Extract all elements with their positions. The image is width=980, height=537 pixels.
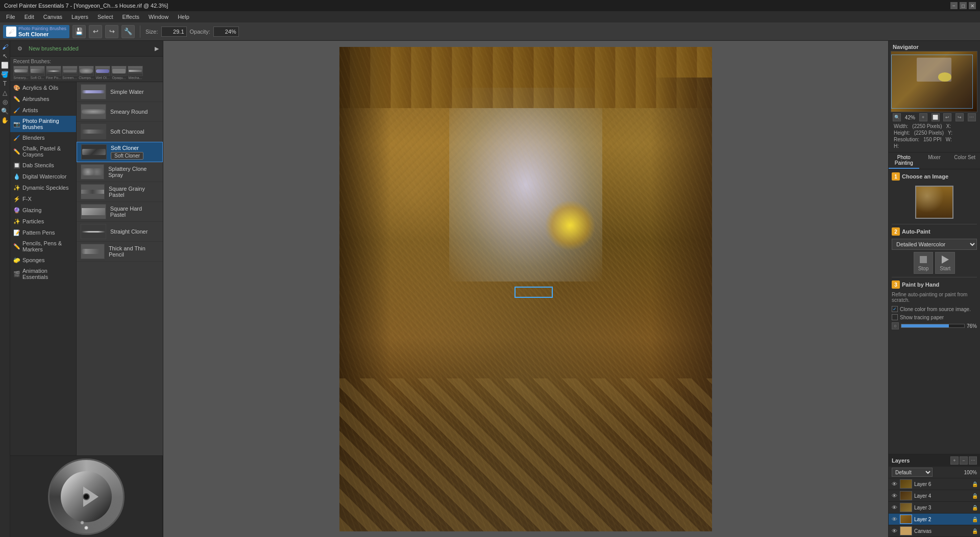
new-brushes-link[interactable]: New brushes added bbox=[29, 45, 152, 52]
tool-clone[interactable]: ◎ bbox=[1, 98, 9, 106]
panel-expand-button[interactable]: ▶ bbox=[155, 45, 159, 52]
cat-acrylics[interactable]: 🎨 Acrylics & Oils bbox=[10, 82, 76, 93]
tracing-paper-checkbox[interactable] bbox=[892, 314, 898, 320]
cat-blenders[interactable]: 🖌️ Blenders bbox=[10, 132, 76, 143]
layer-vis-4[interactable]: 👁 bbox=[891, 492, 898, 499]
cat-digital-watercolor[interactable]: 💧 Digital Watercolor bbox=[10, 171, 76, 182]
brush-item-soft-charcoal[interactable]: Soft Charcoal bbox=[77, 122, 163, 142]
tab-color-set[interactable]: Color Set bbox=[949, 152, 980, 169]
brush-item-straight-cloner[interactable]: Straight Cloner bbox=[77, 222, 163, 242]
tool-shape[interactable]: △ bbox=[1, 89, 9, 97]
stop-button[interactable]: Stop bbox=[914, 252, 934, 274]
layers-add-btn[interactable]: + bbox=[950, 456, 959, 465]
color-wheel-outer[interactable] bbox=[48, 458, 125, 535]
window-controls[interactable]: − □ ✕ bbox=[950, 2, 976, 9]
recent-brush-softcl[interactable] bbox=[30, 66, 45, 76]
source-image-thumb[interactable] bbox=[915, 186, 953, 219]
tab-mixer[interactable]: Mixer bbox=[919, 152, 950, 169]
maximize-button[interactable]: □ bbox=[960, 2, 967, 9]
nav-rotate-left[interactable]: ↩ bbox=[943, 113, 951, 121]
recent-brush-mecha[interactable] bbox=[128, 66, 143, 76]
layer-vis-3[interactable]: 👁 bbox=[891, 504, 898, 511]
cat-sponges[interactable]: 🧽 Sponges bbox=[10, 254, 76, 266]
nav-viewport[interactable] bbox=[891, 55, 973, 109]
layer-row-2[interactable]: 👁 Layer 2 🔒 bbox=[889, 514, 980, 525]
menu-file[interactable]: File bbox=[2, 13, 19, 21]
active-brush-display[interactable]: 🖌 Photo Painting Brushes Soft Cloner bbox=[3, 25, 69, 38]
wheel-pos-dot[interactable] bbox=[84, 526, 88, 530]
layer-row-canvas[interactable]: 👁 Canvas 🔒 bbox=[889, 525, 980, 537]
tool-hand[interactable]: ✋ bbox=[1, 116, 9, 124]
layer-vis-6[interactable]: 👁 bbox=[891, 480, 898, 488]
cat-airbrushes[interactable]: ✏️ Airbrushes bbox=[10, 93, 76, 105]
color-wheel-inner[interactable] bbox=[61, 471, 112, 522]
menu-canvas[interactable]: Canvas bbox=[39, 13, 66, 21]
minimize-button[interactable]: − bbox=[950, 2, 958, 9]
nav-rotate-right[interactable]: ↪ bbox=[955, 113, 964, 121]
layer-lock-6[interactable]: 🔒 bbox=[972, 481, 978, 487]
brush-item-thick-thin[interactable]: Thick and Thin Pencil bbox=[77, 242, 163, 262]
start-button[interactable]: Start bbox=[935, 252, 955, 274]
layers-more-btn[interactable]: ⋯ bbox=[969, 456, 977, 465]
auto-paint-dropdown[interactable]: Detailed Watercolor bbox=[892, 239, 977, 250]
nav-fit[interactable]: ⬜ bbox=[932, 113, 940, 121]
clone-color-checkbox[interactable] bbox=[892, 306, 898, 312]
tool-magnify[interactable]: 🔍 bbox=[1, 107, 9, 115]
menu-window[interactable]: Window bbox=[144, 13, 173, 21]
cat-chalk[interactable]: ✏️ Chalk, Pastel & Crayons bbox=[10, 143, 76, 160]
cat-particles[interactable]: ✨ Particles bbox=[10, 216, 76, 227]
recent-brush-opaqu[interactable] bbox=[111, 66, 127, 76]
cat-pattern[interactable]: 📝 Pattern Pens bbox=[10, 227, 76, 238]
menu-layers[interactable]: Layers bbox=[67, 13, 92, 21]
size-input[interactable] bbox=[161, 27, 187, 37]
opacity-input[interactable] bbox=[213, 27, 239, 37]
close-button[interactable]: ✕ bbox=[969, 2, 976, 9]
tool-crop[interactable]: ⬜ bbox=[1, 61, 9, 69]
brush-item-square-grainy[interactable]: Square Grainy Pastel bbox=[77, 182, 163, 202]
menu-effects[interactable]: Effects bbox=[118, 13, 143, 21]
layer-vis-canvas[interactable]: 👁 bbox=[891, 527, 898, 534]
layer-lock-3[interactable]: 🔒 bbox=[972, 504, 978, 510]
layer-blend-select[interactable]: Default bbox=[892, 468, 933, 477]
canvas-area[interactable] bbox=[163, 41, 888, 537]
brush-item-soft-cloner[interactable]: Soft Cloner Soft Cloner bbox=[77, 142, 163, 162]
nav-more[interactable]: ⋯ bbox=[968, 113, 976, 121]
undo-button[interactable]: ↩ bbox=[89, 25, 102, 38]
tab-photo-painting[interactable]: Photo Painting bbox=[889, 152, 919, 169]
layer-row-6[interactable]: 👁 Layer 6 🔒 bbox=[889, 478, 980, 490]
brush-selector-button[interactable]: 🔧 bbox=[121, 25, 135, 38]
recent-brush-smeary[interactable] bbox=[13, 66, 29, 76]
brush-item-smeary-round[interactable]: Smeary Round bbox=[77, 102, 163, 122]
inner-pos-dot[interactable] bbox=[80, 521, 84, 525]
cat-dab[interactable]: 🔲 Dab Stencils bbox=[10, 160, 76, 171]
navigator-preview[interactable] bbox=[891, 51, 977, 112]
cat-dynamic[interactable]: ✨ Dynamic Speckles bbox=[10, 182, 76, 193]
menu-edit[interactable]: Edit bbox=[20, 13, 38, 21]
brush-item-simple-water[interactable]: Simple Water bbox=[77, 82, 163, 102]
layers-del-btn[interactable]: − bbox=[960, 456, 968, 465]
layer-lock-canvas[interactable]: 🔒 bbox=[972, 528, 978, 534]
tool-fill[interactable]: 🪣 bbox=[1, 70, 9, 79]
tool-select[interactable]: ↖ bbox=[1, 52, 9, 60]
recent-brush-finepo[interactable] bbox=[46, 66, 61, 76]
menu-help[interactable]: Help bbox=[174, 13, 193, 21]
tool-text[interactable]: T bbox=[1, 80, 9, 88]
cat-photo-painting[interactable]: 📷 Photo Painting Brushes bbox=[10, 116, 76, 132]
nav-zoom-out[interactable]: 🔍 bbox=[893, 113, 901, 121]
tool-brush[interactable]: 🖌 bbox=[1, 43, 9, 51]
nav-zoom-in[interactable]: + bbox=[919, 113, 927, 121]
recent-brush-screen[interactable] bbox=[62, 66, 78, 76]
layer-lock-4[interactable]: 🔒 bbox=[972, 493, 978, 499]
cat-pencils[interactable]: ✏️ Pencils, Pens & Markers bbox=[10, 238, 76, 254]
cat-artists[interactable]: 🖌️ Artists bbox=[10, 105, 76, 116]
cat-glazing[interactable]: 🔮 Glazing bbox=[10, 204, 76, 216]
save-button[interactable]: 💾 bbox=[72, 25, 86, 38]
gear-button[interactable]: ⚙ bbox=[14, 43, 26, 54]
brush-item-splattery[interactable]: Splattery Clone Spray bbox=[77, 162, 163, 182]
layer-vis-2[interactable]: 👁 bbox=[891, 516, 898, 523]
brush-item-square-hard[interactable]: Square Hard Pastel bbox=[77, 202, 163, 222]
layer-row-4[interactable]: 👁 Layer 4 🔒 bbox=[889, 490, 980, 502]
cat-fx[interactable]: ⚡ F-X bbox=[10, 193, 76, 204]
cat-animation[interactable]: 🎬 Animation Essentials bbox=[10, 266, 76, 282]
recent-brush-wetol[interactable] bbox=[95, 66, 110, 76]
